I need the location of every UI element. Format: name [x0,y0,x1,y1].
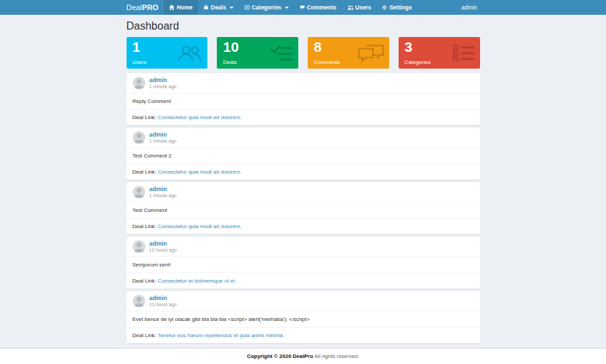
comment-body: Reply Comment [127,93,480,109]
nav-label: Home [176,4,193,11]
comment-time: 1 minute ago [149,192,176,198]
app-logo[interactable]: DealPRO [127,0,159,15]
stat-label: Comments [314,59,340,65]
home-icon [169,5,174,10]
comment-card: admin 1 minute ago Test Comment Deal Lin… [127,182,480,234]
nav-label: Categories [252,4,281,11]
stat-card-categories: 3 Categories [399,37,480,69]
briefcase-icon [203,5,209,10]
deal-link-label: Deal Link: [133,278,157,284]
stat-label: Categories [405,59,431,65]
comment-body: Evet bence de iyi olacak gibi bla bla bl… [127,311,480,327]
nav-item-settings[interactable]: Settings [376,0,417,15]
comment-card: admin 1 minute ago Test Comment 2 Deal L… [127,128,480,180]
deal-link-label: Deal Link: [133,223,157,229]
comment-author-link[interactable]: admin [149,131,176,138]
nav-label: Comments [307,4,337,11]
comment-author-link[interactable]: admin [149,186,176,192]
deal-link-label: Deal Link: [133,114,157,120]
comment-card: admin 12 hours ago Seviyorum seni! Deal … [127,237,480,289]
comments-icon [358,43,384,63]
gear-icon [382,5,387,10]
comment-body: Seviyorum seni! [127,256,480,272]
comment-card: admin 13 hours ago Evet bence de iyi ola… [127,291,480,343]
list-alt-icon [244,5,250,10]
checklist-icon [269,44,294,63]
comment-author-link[interactable]: admin [149,295,177,301]
logo-light: Deal [127,3,142,11]
comments-list: admin 1 minute ago Reply Comment Deal Li… [127,73,480,343]
comment-author-link[interactable]: admin [149,240,177,247]
comment-body: Test Comment 2 [127,147,480,163]
nav-item-comments[interactable]: Comments [294,0,342,15]
comment-time: 1 minute ago [149,83,176,89]
nav-item-categories[interactable]: Categories [239,0,294,15]
content-area: Dashboard 1 Users 10 Deals 8 Comments 3 … [0,15,606,348]
deal-link[interactable]: Consectetur quia modi ad dolorem. [158,114,242,120]
comment-time: 12 hours ago [149,247,177,253]
nav-user-menu[interactable]: admin [459,0,479,15]
chevron-down-icon [285,7,289,9]
footer-copyright: Copyright © 2020 DealPro [247,353,313,359]
list-icon [452,44,475,62]
chevron-down-icon [230,7,234,9]
comment-icon [300,5,305,10]
avatar[interactable] [133,295,145,307]
logo-bold: PRO [142,3,158,11]
stats-row: 1 Users 10 Deals 8 Comments 3 Categories [127,37,480,69]
footer: Copyright © 2020 DealProAll rights reser… [0,348,606,364]
comment-time: 13 hours ago [149,301,177,307]
comment-author-link[interactable]: admin [149,77,176,83]
stat-card-comments: 8 Comments [308,37,389,69]
nav-label: Settings [389,4,412,11]
deal-link-label: Deal Link: [133,169,157,175]
deal-link-label: Deal Link: [133,332,157,338]
deal-link[interactable]: Consectetur quia modi ad dolorem. [158,169,242,175]
deal-link[interactable]: Tenetur eos harum repellendus et quia an… [158,332,284,338]
main-nav: Home Deals Categories Comments Users [164,0,417,15]
nav-label: Users [356,4,372,11]
stat-card-users: 1 Users [127,37,208,69]
avatar[interactable] [133,131,145,144]
stat-card-deals: 10 Deals [217,37,298,69]
stat-label: Deals [223,59,236,65]
users-icon [347,5,354,10]
page-title: Dashboard [127,20,480,32]
comment-time: 1 minute ago [149,138,176,144]
nav-item-users[interactable]: Users [342,0,377,15]
nav-item-deals[interactable]: Deals [198,0,239,15]
nav-label: Deals [211,4,226,11]
avatar[interactable] [133,186,145,198]
comment-body: Test Comment [127,202,480,218]
deal-link[interactable]: Consectetur et doloremque ut et. [158,278,236,284]
deal-link[interactable]: Consectetur quia modi ad dolorem. [158,223,242,229]
users-icon [177,44,203,62]
footer-rights: All rights reserved. [314,353,359,359]
comment-card: admin 1 minute ago Reply Comment Deal Li… [127,73,480,125]
avatar[interactable] [133,77,145,89]
stat-label: Users [133,59,147,65]
navbar: DealPRO Home Deals Categories Comments [0,0,606,15]
avatar[interactable] [133,240,145,253]
nav-item-home[interactable]: Home [164,0,198,15]
